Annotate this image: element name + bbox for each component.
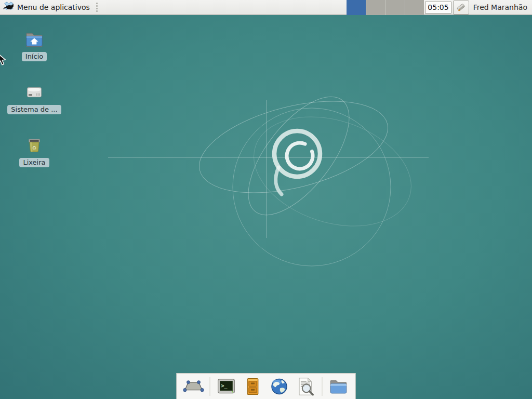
globe-icon bbox=[269, 376, 290, 397]
show-desktop-button[interactable] bbox=[182, 376, 206, 397]
web-browser-launcher-button[interactable] bbox=[268, 376, 291, 397]
desktop-icon-label: Lixeira bbox=[19, 158, 49, 167]
panel-grip-handle[interactable] bbox=[95, 3, 99, 12]
workspace-2[interactable] bbox=[366, 0, 386, 15]
panel-plugin-button[interactable] bbox=[453, 1, 469, 15]
trash-icon: ♻ bbox=[24, 136, 44, 155]
workspace-3[interactable] bbox=[385, 0, 405, 15]
desktop-icon-filesystem[interactable]: Sistema de ... bbox=[6, 83, 63, 114]
applications-menu-label: Menu de aplicativos bbox=[17, 3, 90, 11]
folder-icon bbox=[328, 376, 349, 397]
panel-clock[interactable]: 05:05 bbox=[425, 2, 451, 14]
desktop-icon-label: Sistema de ... bbox=[7, 105, 61, 114]
applications-menu-button[interactable]: Menu de aplicativos bbox=[0, 0, 94, 15]
svg-text:>_: >_ bbox=[221, 383, 228, 389]
debian-swirl-wallpaper-art bbox=[104, 52, 468, 332]
dock-separator bbox=[210, 377, 210, 396]
session-user-menu[interactable]: Fred Maranhão bbox=[473, 3, 527, 11]
top-panel: Menu de aplicativos 05:05 Fred Maranhão bbox=[0, 0, 532, 15]
xfce-menu-icon bbox=[3, 2, 15, 13]
desktop-icon-home[interactable]: Início bbox=[6, 30, 63, 61]
desktop-icon-trash[interactable]: ♻ Lixeira bbox=[6, 136, 63, 167]
file-cabinet-launcher-button[interactable] bbox=[241, 376, 265, 397]
bottom-dock-panel: >_ bbox=[177, 373, 356, 399]
show-desktop-icon bbox=[183, 376, 204, 397]
file-cabinet-icon bbox=[243, 377, 263, 396]
workspace-1[interactable] bbox=[347, 0, 366, 15]
workspace-switcher[interactable] bbox=[347, 0, 424, 15]
desktop-icon-label: Início bbox=[22, 52, 47, 61]
file-manager-launcher-button[interactable] bbox=[327, 376, 351, 397]
terminal-launcher-button[interactable]: >_ bbox=[215, 376, 238, 397]
desktop-screen: Menu de aplicativos 05:05 Fred Maranhão bbox=[0, 0, 532, 399]
workspace-4[interactable] bbox=[405, 0, 424, 15]
harddisk-icon bbox=[24, 83, 44, 102]
terminal-icon: >_ bbox=[216, 376, 237, 397]
eraser-icon bbox=[456, 2, 466, 12]
search-document-icon bbox=[296, 376, 316, 397]
home-folder-icon bbox=[24, 30, 44, 49]
dock-separator bbox=[322, 377, 323, 396]
svg-text:♻: ♻ bbox=[32, 145, 37, 151]
application-finder-button[interactable] bbox=[294, 376, 318, 397]
